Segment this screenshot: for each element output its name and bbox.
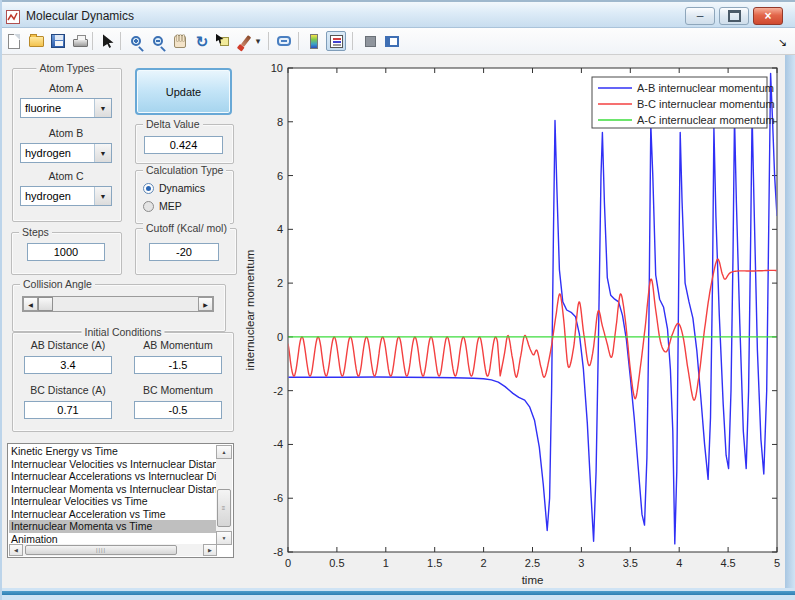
vertical-scrollbar[interactable]: ▲ ≡ ▼ <box>216 445 232 545</box>
radio-mep[interactable]: MEP <box>143 200 182 212</box>
steps-field[interactable]: 1000 <box>27 243 105 261</box>
toolbar-separator <box>352 32 353 50</box>
svg-text:2: 2 <box>481 557 487 569</box>
scroll-down-icon[interactable]: ▼ <box>216 531 232 545</box>
slider-right-arrow[interactable]: ▶ <box>198 297 213 311</box>
zoom-in-button[interactable] <box>126 31 146 51</box>
svg-text:4: 4 <box>277 223 283 235</box>
edit-plot-button[interactable] <box>98 31 118 51</box>
ab-distance-label: AB Distance (A) <box>24 339 112 351</box>
toolbar-separator <box>120 32 121 50</box>
atom-b-dropdown[interactable]: hydrogen ▼ <box>20 143 112 163</box>
insert-legend-button[interactable] <box>326 31 346 51</box>
atom-a-label: Atom A <box>16 82 116 94</box>
list-item[interactable]: Internuclear Accelerations vs Internucle… <box>9 470 217 483</box>
chevron-down-icon[interactable]: ▼ <box>94 187 111 205</box>
figure-window: Molecular Dynamics – × ↻ ▾ ↘ <box>0 0 795 600</box>
window-border-bottom <box>2 588 795 600</box>
colorbar-icon <box>310 34 318 49</box>
panel-title: Collision Angle <box>20 278 95 290</box>
panel-title: Calculation Type <box>143 164 226 176</box>
scroll-left-icon[interactable]: ◀ <box>9 544 23 556</box>
colorbar-button[interactable] <box>304 31 324 51</box>
collision-angle-slider[interactable]: ◀ ▶ <box>22 296 214 312</box>
toolbar-overflow-icon[interactable]: ↘ <box>778 36 787 49</box>
data-cursor-button[interactable] <box>214 31 234 51</box>
listbox-rows: Kinetic Energy vs TimeInternuclear Veloc… <box>9 445 217 545</box>
plot-type-listbox[interactable]: Kinetic Energy vs TimeInternuclear Veloc… <box>7 443 234 558</box>
panel-title: Atom Types <box>36 62 97 74</box>
chart-canvas: 00.511.522.533.544.55-8-6-4-20246810time… <box>242 55 795 590</box>
list-item[interactable]: Internulear Velocities vs Time <box>9 495 217 508</box>
horizontal-scrollbar[interactable]: ◀ |||| ▶ <box>9 544 217 556</box>
scroll-right-icon[interactable]: ▶ <box>203 544 217 556</box>
pointer-icon <box>103 34 114 48</box>
panel-title: Delta Value <box>143 118 203 130</box>
app-icon <box>6 10 20 24</box>
panel-title: Steps <box>19 226 52 238</box>
close-button[interactable]: × <box>753 7 783 25</box>
ab-distance-field[interactable]: 3.4 <box>24 356 112 374</box>
radio-dynamics[interactable]: Dynamics <box>143 182 205 194</box>
svg-text:3.5: 3.5 <box>623 557 638 569</box>
bc-distance-field[interactable]: 0.71 <box>24 401 112 419</box>
atom-c-dropdown[interactable]: hydrogen ▼ <box>20 186 112 206</box>
minimize-button[interactable]: – <box>685 7 715 25</box>
atom-a-dropdown[interactable]: fluorine ▼ <box>20 98 112 118</box>
window-border-right <box>785 55 795 600</box>
update-button[interactable]: Update <box>135 68 232 115</box>
hide-plot-tools-icon <box>365 36 376 47</box>
zoom-out-icon <box>153 36 163 46</box>
scroll-up-icon[interactable]: ▲ <box>216 445 232 459</box>
svg-text:0.5: 0.5 <box>329 557 344 569</box>
cutoff-field[interactable]: -20 <box>149 243 219 261</box>
svg-text:B-C internuclear momentum: B-C internuclear momentum <box>637 98 775 110</box>
list-item[interactable]: Internuclear Momenta vs Internuclear Dis… <box>9 483 217 496</box>
maximize-button[interactable] <box>719 7 749 25</box>
calculation-type-panel: Calculation Type <box>135 170 234 224</box>
list-item[interactable]: Internuclear Momenta vs Time <box>9 520 217 533</box>
chevron-down-icon: ▾ <box>256 36 261 46</box>
hand-icon <box>174 35 186 48</box>
svg-text:-8: -8 <box>273 546 283 558</box>
brush-dropdown[interactable]: ▾ <box>252 31 264 51</box>
pan-button[interactable] <box>170 31 190 51</box>
close-icon: × <box>764 9 771 23</box>
slider-thumb[interactable] <box>38 297 53 311</box>
delta-value-field[interactable]: 0.424 <box>144 136 223 154</box>
svg-text:10: 10 <box>271 62 283 74</box>
ab-momentum-field[interactable]: -1.5 <box>134 356 222 374</box>
ab-momentum-label: AB Momentum <box>134 339 222 351</box>
open-file-button[interactable] <box>26 31 46 51</box>
list-item[interactable]: Internuclear Acceleration vs Time <box>9 508 217 521</box>
show-plot-tools-button[interactable] <box>382 31 402 51</box>
link-plots-button[interactable] <box>274 31 294 51</box>
list-item[interactable]: Internuclear Velocities vs Internuclear … <box>9 458 217 471</box>
svg-text:4.5: 4.5 <box>720 557 735 569</box>
data-cursor-icon <box>220 37 229 46</box>
svg-text:-6: -6 <box>273 492 283 504</box>
print-button[interactable] <box>70 31 90 51</box>
scrollbar-thumb[interactable]: |||| <box>25 545 177 555</box>
chevron-down-icon[interactable]: ▼ <box>94 144 111 162</box>
svg-text:0: 0 <box>285 557 291 569</box>
toolbar-separator <box>298 32 299 50</box>
momentum-chart: 00.511.522.533.544.55-8-6-4-20246810time… <box>242 55 795 590</box>
svg-text:2.5: 2.5 <box>525 557 540 569</box>
svg-text:2: 2 <box>277 277 283 289</box>
svg-text:internuclear momentum: internuclear momentum <box>244 250 256 371</box>
zoom-out-button[interactable] <box>148 31 168 51</box>
figure-toolbar: ↻ ▾ <box>2 28 795 55</box>
chevron-down-icon[interactable]: ▼ <box>94 99 111 117</box>
new-file-button[interactable] <box>4 31 24 51</box>
radio-icon <box>143 183 154 194</box>
scrollbar-thumb[interactable]: ≡ <box>217 489 231 527</box>
list-item[interactable]: Kinetic Energy vs Time <box>9 445 217 458</box>
save-button[interactable] <box>48 31 68 51</box>
rotate-3d-button[interactable]: ↻ <box>192 31 212 51</box>
atom-c-label: Atom C <box>16 170 116 182</box>
print-icon <box>73 39 88 47</box>
bc-momentum-field[interactable]: -0.5 <box>134 401 222 419</box>
hide-plot-tools-button[interactable] <box>360 31 380 51</box>
slider-left-arrow[interactable]: ◀ <box>23 297 38 311</box>
